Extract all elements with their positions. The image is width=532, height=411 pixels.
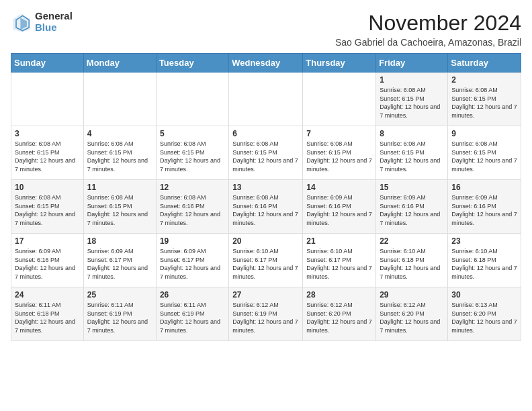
week-row-4: 17Sunrise: 6:09 AM Sunset: 6:16 PM Dayli… bbox=[11, 234, 521, 287]
day-number: 29 bbox=[380, 290, 444, 300]
day-info: Sunrise: 6:09 AM Sunset: 6:17 PM Dayligh… bbox=[87, 247, 152, 281]
calendar-cell: 11Sunrise: 6:08 AM Sunset: 6:15 PM Dayli… bbox=[83, 180, 156, 234]
calendar-cell: 10Sunrise: 6:08 AM Sunset: 6:15 PM Dayli… bbox=[11, 180, 84, 234]
day-info: Sunrise: 6:08 AM Sunset: 6:15 PM Dayligh… bbox=[306, 140, 372, 173]
day-info: Sunrise: 6:08 AM Sunset: 6:15 PM Dayligh… bbox=[380, 86, 444, 120]
calendar-cell: 28Sunrise: 6:12 AM Sunset: 6:20 PM Dayli… bbox=[303, 287, 376, 341]
calendar-cell: 7Sunrise: 6:08 AM Sunset: 6:15 PM Daylig… bbox=[303, 126, 376, 180]
day-number: 28 bbox=[306, 290, 372, 300]
day-number: 5 bbox=[160, 129, 225, 138]
day-number: 6 bbox=[232, 129, 299, 138]
day-number: 7 bbox=[306, 129, 372, 138]
calendar-cell: 23Sunrise: 6:10 AM Sunset: 6:18 PM Dayli… bbox=[448, 234, 521, 287]
day-number: 12 bbox=[160, 183, 225, 192]
calendar-table: SundayMondayTuesdayWednesdayThursdayFrid… bbox=[11, 53, 521, 341]
calendar-cell: 29Sunrise: 6:12 AM Sunset: 6:20 PM Dayli… bbox=[376, 287, 448, 341]
calendar-cell: 25Sunrise: 6:11 AM Sunset: 6:19 PM Dayli… bbox=[83, 287, 156, 341]
day-info: Sunrise: 6:08 AM Sunset: 6:15 PM Dayligh… bbox=[451, 140, 517, 173]
day-number: 8 bbox=[380, 129, 444, 138]
day-number: 21 bbox=[306, 236, 372, 246]
calendar-cell: 21Sunrise: 6:10 AM Sunset: 6:17 PM Dayli… bbox=[303, 234, 376, 287]
calendar-cell: 27Sunrise: 6:12 AM Sunset: 6:19 PM Dayli… bbox=[229, 287, 303, 341]
day-number: 4 bbox=[87, 129, 152, 138]
day-info: Sunrise: 6:09 AM Sunset: 6:16 PM Dayligh… bbox=[306, 193, 372, 227]
calendar-cell bbox=[83, 73, 156, 126]
location-subtitle: Sao Gabriel da Cachoeira, Amazonas, Braz… bbox=[335, 37, 521, 48]
logo-general: General bbox=[35, 11, 73, 22]
calendar-cell bbox=[303, 73, 376, 126]
calendar-cell: 4Sunrise: 6:08 AM Sunset: 6:15 PM Daylig… bbox=[83, 126, 156, 180]
day-number: 16 bbox=[451, 183, 517, 192]
day-header-thursday: Thursday bbox=[303, 54, 376, 73]
calendar-cell: 17Sunrise: 6:09 AM Sunset: 6:16 PM Dayli… bbox=[11, 234, 84, 287]
calendar-cell: 8Sunrise: 6:08 AM Sunset: 6:15 PM Daylig… bbox=[376, 126, 448, 180]
calendar-cell: 19Sunrise: 6:09 AM Sunset: 6:17 PM Dayli… bbox=[156, 234, 228, 287]
day-number: 24 bbox=[15, 290, 80, 300]
day-number: 22 bbox=[380, 236, 444, 246]
day-info: Sunrise: 6:08 AM Sunset: 6:15 PM Dayligh… bbox=[160, 140, 225, 173]
logo-blue: Blue bbox=[35, 22, 73, 34]
calendar-cell: 15Sunrise: 6:09 AM Sunset: 6:16 PM Dayli… bbox=[376, 180, 448, 234]
calendar-cell: 24Sunrise: 6:11 AM Sunset: 6:18 PM Dayli… bbox=[11, 287, 84, 341]
calendar-cell: 1Sunrise: 6:08 AM Sunset: 6:15 PM Daylig… bbox=[376, 73, 448, 126]
header-row: SundayMondayTuesdayWednesdayThursdayFrid… bbox=[11, 54, 521, 73]
day-number: 25 bbox=[87, 290, 152, 300]
calendar-cell bbox=[11, 73, 84, 126]
day-number: 20 bbox=[232, 236, 299, 246]
week-row-5: 24Sunrise: 6:11 AM Sunset: 6:18 PM Dayli… bbox=[11, 287, 521, 341]
logo: General Blue bbox=[11, 11, 73, 33]
day-info: Sunrise: 6:10 AM Sunset: 6:18 PM Dayligh… bbox=[380, 247, 444, 281]
day-info: Sunrise: 6:10 AM Sunset: 6:17 PM Dayligh… bbox=[232, 247, 299, 281]
page-header: General Blue November 2024 Sao Gabriel d… bbox=[11, 11, 521, 48]
day-header-friday: Friday bbox=[376, 54, 448, 73]
day-info: Sunrise: 6:11 AM Sunset: 6:19 PM Dayligh… bbox=[87, 301, 152, 334]
day-number: 15 bbox=[380, 183, 444, 192]
calendar-cell bbox=[229, 73, 303, 126]
day-number: 2 bbox=[451, 75, 517, 85]
day-header-tuesday: Tuesday bbox=[156, 54, 228, 73]
calendar-cell: 3Sunrise: 6:08 AM Sunset: 6:15 PM Daylig… bbox=[11, 126, 84, 180]
logo-icon bbox=[11, 11, 32, 33]
month-title: November 2024 bbox=[335, 11, 521, 36]
day-info: Sunrise: 6:09 AM Sunset: 6:16 PM Dayligh… bbox=[15, 247, 80, 281]
day-number: 13 bbox=[232, 183, 299, 192]
calendar-cell: 9Sunrise: 6:08 AM Sunset: 6:15 PM Daylig… bbox=[448, 126, 521, 180]
day-info: Sunrise: 6:10 AM Sunset: 6:18 PM Dayligh… bbox=[451, 247, 517, 281]
day-info: Sunrise: 6:09 AM Sunset: 6:16 PM Dayligh… bbox=[451, 193, 517, 227]
day-number: 18 bbox=[87, 236, 152, 246]
day-info: Sunrise: 6:10 AM Sunset: 6:17 PM Dayligh… bbox=[306, 247, 372, 281]
calendar-cell: 20Sunrise: 6:10 AM Sunset: 6:17 PM Dayli… bbox=[229, 234, 303, 287]
day-number: 9 bbox=[451, 129, 517, 138]
day-number: 27 bbox=[232, 290, 299, 300]
day-info: Sunrise: 6:12 AM Sunset: 6:19 PM Dayligh… bbox=[232, 301, 299, 334]
day-header-saturday: Saturday bbox=[448, 54, 521, 73]
day-info: Sunrise: 6:08 AM Sunset: 6:15 PM Dayligh… bbox=[15, 193, 80, 227]
calendar-cell bbox=[156, 73, 228, 126]
day-info: Sunrise: 6:09 AM Sunset: 6:17 PM Dayligh… bbox=[160, 247, 225, 281]
calendar-cell: 16Sunrise: 6:09 AM Sunset: 6:16 PM Dayli… bbox=[448, 180, 521, 234]
calendar-cell: 26Sunrise: 6:11 AM Sunset: 6:19 PM Dayli… bbox=[156, 287, 228, 341]
day-number: 1 bbox=[380, 75, 444, 85]
calendar-cell: 13Sunrise: 6:08 AM Sunset: 6:16 PM Dayli… bbox=[229, 180, 303, 234]
week-row-3: 10Sunrise: 6:08 AM Sunset: 6:15 PM Dayli… bbox=[11, 180, 521, 234]
day-number: 11 bbox=[87, 183, 152, 192]
day-info: Sunrise: 6:11 AM Sunset: 6:19 PM Dayligh… bbox=[160, 301, 225, 334]
calendar-cell: 6Sunrise: 6:08 AM Sunset: 6:15 PM Daylig… bbox=[229, 126, 303, 180]
calendar-cell: 30Sunrise: 6:13 AM Sunset: 6:20 PM Dayli… bbox=[448, 287, 521, 341]
calendar-cell: 12Sunrise: 6:08 AM Sunset: 6:16 PM Dayli… bbox=[156, 180, 228, 234]
day-number: 17 bbox=[15, 236, 80, 246]
week-row-2: 3Sunrise: 6:08 AM Sunset: 6:15 PM Daylig… bbox=[11, 126, 521, 180]
title-section: November 2024 Sao Gabriel da Cachoeira, … bbox=[335, 11, 521, 48]
day-info: Sunrise: 6:12 AM Sunset: 6:20 PM Dayligh… bbox=[380, 301, 444, 334]
calendar-cell: 2Sunrise: 6:08 AM Sunset: 6:15 PM Daylig… bbox=[448, 73, 521, 126]
day-number: 14 bbox=[306, 183, 372, 192]
day-info: Sunrise: 6:13 AM Sunset: 6:20 PM Dayligh… bbox=[451, 301, 517, 334]
day-info: Sunrise: 6:08 AM Sunset: 6:15 PM Dayligh… bbox=[232, 140, 299, 173]
day-info: Sunrise: 6:08 AM Sunset: 6:15 PM Dayligh… bbox=[87, 140, 152, 173]
day-header-sunday: Sunday bbox=[11, 54, 84, 73]
week-row-1: 1Sunrise: 6:08 AM Sunset: 6:15 PM Daylig… bbox=[11, 73, 521, 126]
day-info: Sunrise: 6:08 AM Sunset: 6:15 PM Dayligh… bbox=[15, 140, 80, 173]
day-number: 23 bbox=[451, 236, 517, 246]
day-info: Sunrise: 6:09 AM Sunset: 6:16 PM Dayligh… bbox=[380, 193, 444, 227]
day-info: Sunrise: 6:08 AM Sunset: 6:15 PM Dayligh… bbox=[451, 86, 517, 120]
